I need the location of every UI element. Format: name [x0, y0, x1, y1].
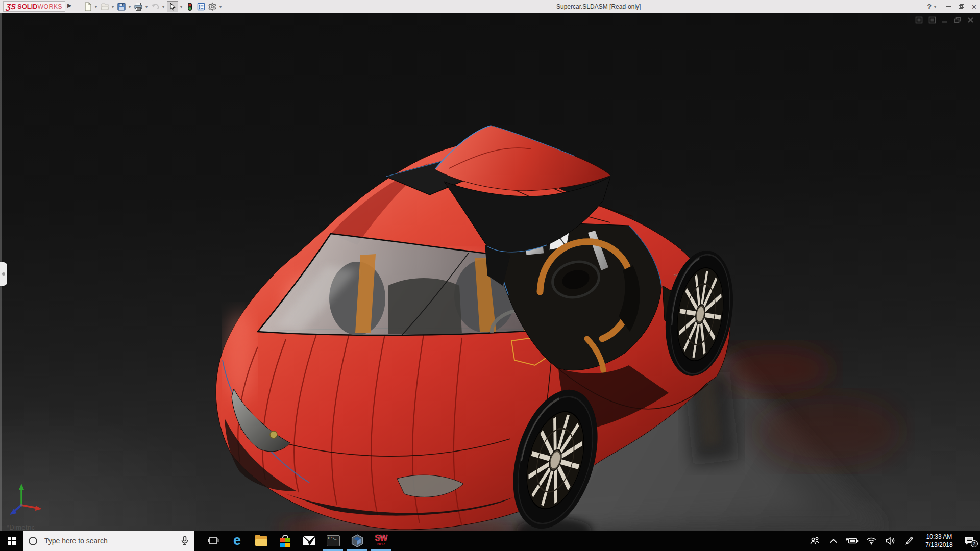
undo-arrow-icon — [151, 2, 160, 11]
open-folder-icon — [100, 2, 109, 11]
help-button[interactable]: ? ▾ — [927, 3, 939, 11]
document-window-icon[interactable] — [915, 16, 923, 24]
close-button[interactable]: ✕ — [971, 3, 977, 11]
pen-button[interactable] — [901, 531, 917, 551]
chevron-up-icon — [830, 539, 837, 543]
print-dropdown-caret[interactable]: ▾ — [145, 5, 148, 9]
child-close-icon[interactable] — [967, 17, 974, 23]
titlebar: ƷS SOLIDWORKS ▶ ▾ ▾ ▾ — [0, 0, 980, 13]
restore-icon — [959, 4, 964, 9]
view-lights-button[interactable] — [185, 1, 195, 12]
child-restore-icon[interactable] — [954, 17, 962, 23]
child-window-controls — [915, 16, 974, 24]
task-view-icon — [208, 536, 219, 546]
mail-button[interactable] — [297, 531, 321, 551]
task-view-button[interactable] — [201, 531, 225, 551]
volume-button[interactable] — [883, 531, 898, 551]
system-tray: 10:33 AM 7/13/2018 2 — [807, 531, 980, 551]
undo-dropdown-caret[interactable]: ▾ — [162, 5, 164, 9]
windows-taskbar: e C:\_ — [0, 531, 980, 551]
file-explorer-button[interactable] — [249, 531, 273, 551]
minimize-icon — [946, 6, 951, 7]
print-icon — [134, 2, 143, 11]
action-center-button[interactable]: 2 — [962, 531, 977, 551]
new-document-icon — [83, 2, 92, 11]
menu-flyout-arrow-icon[interactable]: ▶ — [67, 2, 71, 9]
edge-button[interactable]: e — [225, 531, 249, 551]
microphone-icon[interactable] — [181, 536, 189, 546]
microsoft-store-icon — [280, 535, 291, 547]
solidworks-logo-glyph: ƷS — [6, 2, 16, 11]
window-title: Supercar.SLDASM [Read-only] — [556, 3, 641, 10]
gear-icon — [208, 2, 217, 11]
tray-overflow-button[interactable] — [826, 531, 841, 551]
help-dropdown-caret: ▾ — [934, 5, 936, 9]
command-prompt-icon: C:\_ — [327, 535, 340, 546]
select-tool-button[interactable] — [167, 1, 178, 12]
people-button[interactable] — [807, 531, 822, 551]
save-floppy-icon — [117, 2, 126, 11]
reference-triad — [6, 483, 52, 523]
battery-button[interactable] — [845, 531, 860, 551]
notification-badge: 2 — [971, 540, 978, 547]
edge-icon: e — [233, 534, 241, 547]
taskbar-apps: e C:\_ — [201, 531, 393, 551]
traffic-light-icon — [185, 2, 194, 11]
brand-works-text: WORKS — [38, 3, 62, 10]
cortana-icon — [29, 537, 37, 545]
speaker-icon — [886, 537, 895, 545]
select-cursor-icon — [168, 2, 177, 11]
wifi-button[interactable] — [864, 531, 879, 551]
clock-date: 7/13/2018 — [920, 541, 958, 549]
battery-charging-icon — [846, 537, 859, 544]
solidworks-app-button[interactable]: SW 2017 — [369, 531, 393, 551]
windows-logo-icon — [8, 537, 16, 545]
help-icon: ? — [927, 3, 932, 11]
edrawings-button[interactable] — [345, 531, 369, 551]
clock-time: 10:33 AM — [920, 533, 958, 541]
save-dropdown-caret[interactable]: ▾ — [129, 5, 131, 9]
print-button[interactable] — [133, 1, 143, 12]
display-pane-button[interactable] — [196, 1, 206, 12]
solidworks-logo[interactable]: ƷS SOLIDWORKS — [3, 1, 65, 12]
pen-icon — [905, 537, 914, 545]
brand-solid-text: SOLID — [17, 3, 37, 10]
quick-access-toolbar: ▾ ▾ ▾ ▾ — [83, 0, 224, 13]
wifi-icon — [866, 537, 876, 545]
open-dropdown-caret[interactable]: ▾ — [112, 5, 114, 9]
microsoft-store-button[interactable] — [273, 531, 297, 551]
save-button[interactable] — [116, 1, 127, 12]
panel-tab-dot — [2, 272, 5, 276]
view-orientation-label: *Dimetric — [7, 523, 35, 531]
taskbar-clock[interactable]: 10:33 AM 7/13/2018 — [920, 533, 958, 549]
command-prompt-button[interactable]: C:\_ — [321, 531, 345, 551]
graphics-viewport[interactable]: *Dimetric — [0, 13, 980, 531]
taskbar-search[interactable] — [23, 531, 194, 551]
model-supercar[interactable] — [0, 13, 980, 531]
property-list-icon — [197, 2, 206, 11]
open-document-button[interactable] — [100, 1, 110, 12]
close-icon: ✕ — [971, 3, 977, 11]
mail-icon — [303, 536, 316, 546]
new-dropdown-caret[interactable]: ▾ — [95, 5, 97, 9]
options-dropdown-caret[interactable]: ▾ — [219, 5, 222, 9]
search-input[interactable] — [43, 536, 181, 545]
new-document-button[interactable] — [83, 1, 93, 12]
solidworks-app-icon: SW 2017 — [374, 534, 389, 547]
minimize-button[interactable] — [946, 6, 951, 7]
edrawings-hexagon-icon — [351, 534, 364, 547]
select-dropdown-caret[interactable]: ▾ — [180, 5, 182, 9]
options-button[interactable] — [207, 1, 217, 12]
people-icon — [810, 537, 820, 545]
collapsed-panel-tab[interactable] — [0, 262, 7, 286]
document-window-icon-2[interactable] — [928, 16, 936, 24]
file-explorer-icon — [255, 536, 267, 546]
restore-button[interactable] — [959, 4, 964, 9]
child-minimize-icon[interactable] — [942, 17, 948, 23]
start-button[interactable] — [0, 531, 23, 551]
undo-button[interactable] — [150, 1, 160, 12]
